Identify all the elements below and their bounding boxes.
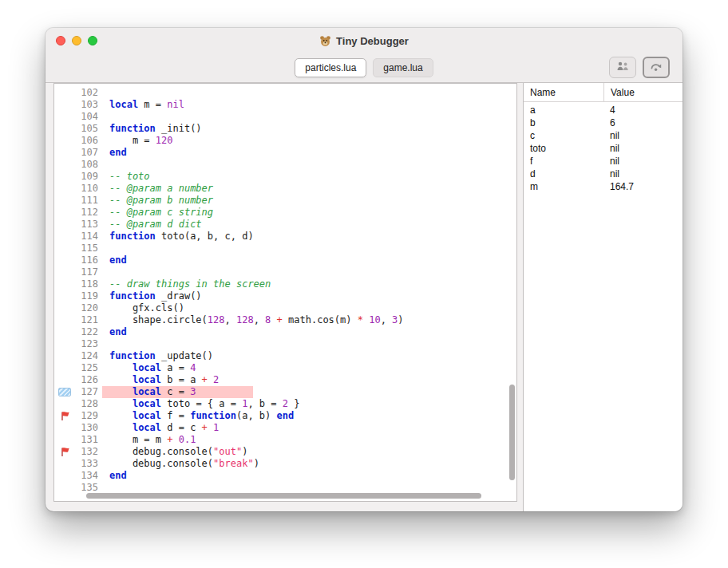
code-line: 130 local d = c + 1 bbox=[54, 422, 516, 434]
zoom-button[interactable] bbox=[88, 36, 97, 45]
line-number: 117 bbox=[75, 266, 102, 278]
line-number: 120 bbox=[75, 302, 102, 314]
code-editor[interactable]: 102103local m = nil104105function _init(… bbox=[53, 83, 517, 502]
code-line: 122end bbox=[54, 326, 516, 338]
code-line: 125 local a = 4 bbox=[54, 362, 516, 374]
gutter-cell[interactable] bbox=[54, 195, 75, 207]
gutter-cell[interactable] bbox=[54, 434, 75, 446]
line-number: 114 bbox=[75, 231, 102, 243]
tab-game-lua[interactable]: game.lua bbox=[373, 58, 433, 77]
gutter-cell[interactable] bbox=[54, 422, 75, 434]
code-text bbox=[102, 338, 109, 350]
gutter-cell[interactable] bbox=[54, 243, 75, 254]
variable-name: b bbox=[524, 116, 603, 129]
tab-particles-lua[interactable]: particles.lua bbox=[295, 58, 366, 77]
vertical-scrollbar-thumb[interactable] bbox=[509, 385, 515, 480]
gutter-cell[interactable] bbox=[54, 470, 75, 482]
code-line: 110-- @param a number bbox=[54, 183, 516, 195]
line-number: 105 bbox=[75, 123, 102, 135]
code-line: 112-- @param c string bbox=[54, 207, 516, 219]
gutter-cell[interactable] bbox=[54, 314, 75, 326]
debug-toolbar bbox=[609, 57, 670, 78]
titlebar[interactable]: Tiny Debugger bbox=[46, 28, 682, 53]
line-number: 108 bbox=[75, 159, 102, 171]
window-title: Tiny Debugger bbox=[336, 35, 409, 47]
variable-row[interactable]: fnil bbox=[524, 155, 682, 168]
gutter-cell[interactable] bbox=[54, 171, 75, 183]
gutter-cell[interactable] bbox=[54, 99, 75, 111]
minimize-button[interactable] bbox=[72, 36, 81, 45]
line-number: 111 bbox=[75, 195, 102, 207]
gutter-cell[interactable] bbox=[54, 302, 75, 314]
gutter-cell[interactable] bbox=[54, 482, 75, 494]
gutter-cell[interactable] bbox=[54, 159, 75, 171]
editor-container: 102103local m = nil104105function _init(… bbox=[46, 83, 523, 511]
variable-name: m bbox=[524, 180, 603, 193]
line-number: 124 bbox=[75, 350, 102, 362]
variable-value: nil bbox=[603, 142, 682, 155]
variable-row[interactable]: totonil bbox=[524, 142, 682, 155]
gutter-cell[interactable] bbox=[54, 183, 75, 195]
gutter-cell[interactable] bbox=[54, 278, 75, 290]
code-line: 132 debug.console("out") bbox=[54, 446, 516, 458]
code-text: m = m + 0.1 bbox=[102, 434, 196, 446]
close-button[interactable] bbox=[56, 36, 65, 45]
gutter-cell[interactable] bbox=[54, 254, 75, 266]
gutter-cell[interactable] bbox=[54, 87, 75, 99]
line-number: 126 bbox=[75, 374, 102, 386]
code-line: 116end bbox=[54, 254, 516, 266]
gutter-cell[interactable] bbox=[54, 111, 75, 123]
code-line: 135 bbox=[54, 482, 516, 494]
gutter-cell[interactable] bbox=[54, 231, 75, 243]
code-line: 134end bbox=[54, 470, 516, 482]
code-line: 117 bbox=[54, 266, 516, 278]
gutter-cell[interactable] bbox=[54, 338, 75, 350]
variable-value: nil bbox=[603, 155, 682, 168]
line-number: 134 bbox=[75, 470, 102, 482]
gutter-cell[interactable] bbox=[54, 398, 75, 410]
current-line-marker bbox=[54, 386, 75, 398]
horizontal-scrollbar-thumb[interactable] bbox=[86, 493, 481, 499]
code-line: 109-- toto bbox=[54, 171, 516, 183]
gutter-cell[interactable] bbox=[54, 266, 75, 278]
variable-row[interactable]: dnil bbox=[524, 168, 682, 180]
variable-row[interactable]: b6 bbox=[524, 116, 682, 129]
code-line: 126 local b = a + 2 bbox=[54, 374, 516, 386]
debug-figures-button[interactable] bbox=[609, 57, 636, 78]
line-number: 118 bbox=[75, 278, 102, 290]
code-line: 104 bbox=[54, 111, 516, 123]
line-number: 125 bbox=[75, 362, 102, 374]
variable-value: 4 bbox=[603, 104, 682, 116]
gutter-cell[interactable] bbox=[54, 326, 75, 338]
gutter-cell[interactable] bbox=[54, 290, 75, 302]
code-text: function toto(a, b, c, d) bbox=[102, 231, 254, 243]
line-number: 104 bbox=[75, 111, 102, 123]
variable-value: nil bbox=[603, 168, 682, 180]
line-number: 135 bbox=[75, 482, 102, 494]
code-line: 133 debug.console("break") bbox=[54, 458, 516, 470]
code-line: 113-- @param d dict bbox=[54, 219, 516, 231]
variable-value: nil bbox=[603, 129, 682, 142]
gutter-cell[interactable] bbox=[54, 147, 75, 159]
breakpoint-flag-icon[interactable] bbox=[54, 446, 75, 458]
code-line: 120 gfx.cls() bbox=[54, 302, 516, 314]
gutter-cell[interactable] bbox=[54, 362, 75, 374]
breakpoint-flag-icon[interactable] bbox=[54, 410, 75, 422]
gutter-cell[interactable] bbox=[54, 135, 75, 147]
gutter-cell[interactable] bbox=[54, 374, 75, 386]
code-text: local d = c + 1 bbox=[102, 422, 219, 434]
variable-row[interactable]: a4 bbox=[524, 104, 682, 116]
step-over-button[interactable] bbox=[643, 57, 670, 78]
line-number: 113 bbox=[75, 219, 102, 231]
code-text: end bbox=[102, 254, 127, 266]
code-text: -- @param c string bbox=[102, 207, 213, 219]
gutter-cell[interactable] bbox=[54, 219, 75, 231]
gutter-cell[interactable] bbox=[54, 123, 75, 135]
variable-row[interactable]: cnil bbox=[524, 129, 682, 142]
gutter-cell[interactable] bbox=[54, 350, 75, 362]
variable-row[interactable]: m164.7 bbox=[524, 180, 682, 193]
gutter-cell[interactable] bbox=[54, 207, 75, 219]
window-header: Tiny Debugger particles.lua game.lua bbox=[46, 28, 682, 83]
code-text: local m = nil bbox=[102, 99, 184, 111]
gutter-cell[interactable] bbox=[54, 458, 75, 470]
